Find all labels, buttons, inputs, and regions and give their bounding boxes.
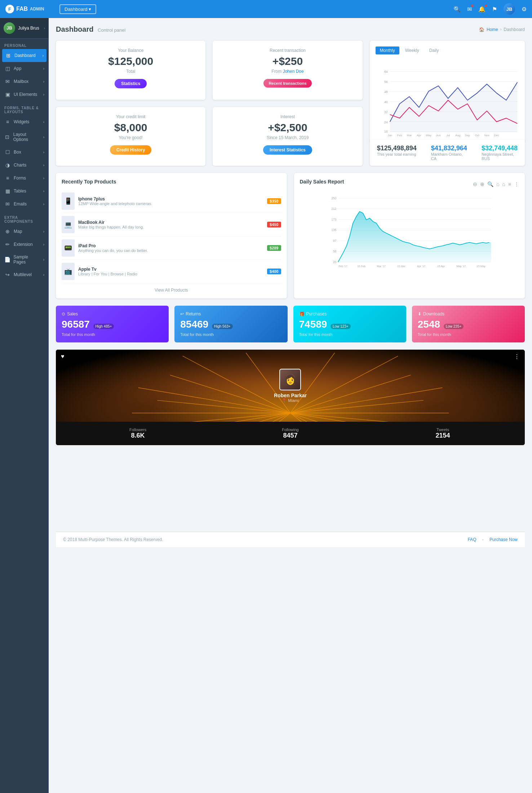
tab-daily[interactable]: Daily — [425, 46, 443, 54]
recent-transactions-button[interactable]: Recent transactions — [263, 79, 311, 88]
tab-monthly[interactable]: Monthly — [376, 46, 399, 54]
sidebar-item-forms[interactable]: ≡ Forms › — [0, 172, 49, 185]
zoom-in-icon[interactable]: ⊕ — [480, 181, 484, 187]
page-title-area: Dashboard Control panel — [56, 25, 125, 34]
statistics-button[interactable]: Statistics — [115, 79, 147, 88]
sales-header: Daily Sales Report ⊖ ⊕ 🔍 ⌂ ⌂ ≡ ⋮ — [300, 179, 519, 190]
metric-sales: ⊙ Sales 96587 High 485+ Total for this m… — [56, 306, 169, 342]
home-icon: 🏠 — [479, 27, 484, 32]
stat-markham: $41,832,964 Markham Ontario, CA — [431, 145, 467, 161]
home-icon[interactable]: ⌂ — [502, 181, 505, 187]
following-label: Following — [214, 427, 367, 432]
svg-marker-26 — [390, 82, 518, 132]
settings-icon[interactable]: ⚙ — [522, 6, 527, 13]
metric-downloads-title: ⬇ Downloads — [418, 311, 519, 316]
options-icon[interactable]: ⋮ — [514, 181, 519, 187]
product-desc: Anything you can do, you can do better. — [78, 248, 263, 253]
mail-icon[interactable]: ✉ — [467, 6, 472, 13]
sidebar-item-box[interactable]: ☐ Box › — [0, 146, 49, 159]
sidebar-item-label: Layout Options — [13, 132, 40, 142]
tweets-label: Tweets — [367, 427, 519, 432]
social-avatar: 👩 — [279, 369, 301, 390]
credit-history-button[interactable]: Credit History — [110, 145, 151, 155]
box-icon: ☐ — [4, 149, 11, 155]
arrow-icon: › — [43, 54, 44, 58]
faq-link[interactable]: FAQ — [468, 537, 476, 542]
search-icon[interactable]: 🔍 — [453, 6, 461, 13]
tweets-stat: Tweets 2154 — [367, 427, 519, 439]
view-all-link[interactable]: View All Products — [62, 288, 281, 293]
social-card: ♥ ⋮ 👩 Roben Parkar 📍 Miami Followers 8.6… — [56, 350, 525, 445]
transaction-label: Recent transaction — [220, 48, 355, 53]
line-chart: 64 56 48 40 32 24 16 Jan Feb Mar Apr May… — [376, 59, 519, 142]
sidebar-item-charts[interactable]: ◑ Charts › — [0, 159, 49, 172]
sidebar-item-label: Charts — [14, 163, 26, 168]
page-header: Dashboard Control panel 🏠 Home › Dashboa… — [56, 25, 525, 34]
purchase-link[interactable]: Purchase Now — [489, 537, 518, 542]
bell-icon[interactable]: 🔔 — [478, 6, 486, 13]
topnav-icons: 🔍 ✉ 🔔 ⚑ JB ⚙ — [453, 3, 527, 15]
personal-label: PERSONAL — [0, 39, 49, 49]
more-icon[interactable]: ≡ — [508, 181, 511, 187]
sidebar-item-dashboard[interactable]: ⊞ Dashboard › — [2, 49, 46, 62]
layout-icon: ⊡ — [4, 134, 10, 140]
svg-text:Apr '17: Apr '17 — [417, 265, 425, 268]
breadcrumb-home[interactable]: Home — [487, 27, 498, 32]
interest-sub: Since 15 March, 2019 — [220, 135, 355, 140]
stat-neg: $32,749,448 Neglinnaya Street, RUS — [482, 145, 518, 161]
svg-text:Nov: Nov — [484, 134, 489, 137]
product-info: MacBook Air Make big things happen. All … — [78, 220, 263, 229]
credit-sub: You're good! — [63, 135, 198, 140]
sidebar-item-ui[interactable]: ▣ UI Elements › — [0, 88, 49, 101]
sidebar-item-emails[interactable]: ✉ Emails › — [0, 198, 49, 211]
svg-text:Jan: Jan — [387, 134, 392, 137]
dots-menu-icon[interactable]: ⋮ — [514, 353, 520, 360]
social-stats: Followers 8.6K Following 8457 Tweets 215… — [56, 422, 525, 445]
sidebar-item-sample[interactable]: 📄 Sample Pages › — [0, 251, 49, 268]
sidebar-item-multilevel[interactable]: ↪ Multilevel › — [0, 268, 49, 281]
credit-card: Your credit limit $8,000 You're good! Cr… — [56, 107, 205, 166]
sidebar-user[interactable]: JB Juliya Brus › — [0, 18, 49, 39]
sidebar-item-label: Tables — [14, 189, 26, 194]
product-name: MacBook Air — [78, 220, 263, 225]
purchases-icon: 🎁 — [299, 311, 305, 316]
svg-text:40: 40 — [384, 100, 388, 104]
sidebar-item-widgets[interactable]: ≡ Widgets › — [0, 115, 49, 128]
followers-value: 8.6K — [62, 432, 214, 439]
heart-icon[interactable]: ♥ — [61, 353, 65, 360]
sidebar-item-label: Multilevel — [14, 272, 32, 277]
spacer — [56, 452, 525, 524]
sidebar-item-layout[interactable]: ⊡ Layout Options › — [0, 128, 49, 146]
forms-icon: ≡ — [4, 175, 11, 181]
tweets-value: 2154 — [367, 432, 519, 439]
page-subtitle: Control panel — [98, 27, 125, 33]
sidebar-item-mailbox[interactable]: ✉ Mailbox › — [0, 75, 49, 88]
pan-icon[interactable]: 🔍 — [487, 181, 493, 187]
transaction-value: +$250 — [220, 55, 355, 67]
product-name: Apple Tv — [78, 267, 263, 272]
tab-weekly[interactable]: Weekly — [401, 46, 424, 54]
sidebar-avatar: JB — [4, 22, 15, 34]
downloads-icon: ⬇ — [418, 311, 421, 316]
zoom-out-icon[interactable]: ⊖ — [473, 181, 477, 187]
svg-text:97: 97 — [333, 239, 336, 243]
sidebar-item-extension[interactable]: ✏ Extension › — [0, 238, 49, 251]
transaction-sub: From Johen Doe — [220, 69, 355, 74]
flag-icon[interactable]: ⚑ — [492, 6, 497, 13]
avatar[interactable]: JB — [504, 3, 515, 15]
dashboard-button[interactable]: Dashboard ▾ — [59, 4, 96, 14]
sidebar-item-map[interactable]: ⊕ Map › — [0, 225, 49, 238]
followers-stat: Followers 8.6K — [62, 427, 214, 439]
from-link[interactable]: Johen Doe — [283, 69, 304, 74]
metric-returns-badge: High 563+ — [212, 324, 233, 329]
reset-icon[interactable]: ⌂ — [496, 181, 499, 187]
sidebar-item-tables[interactable]: ▦ Tables › — [0, 185, 49, 198]
sidebar-item-label: Sample Pages — [13, 254, 40, 265]
chart-toolbar: ⊖ ⊕ 🔍 ⌂ ⌂ ≡ ⋮ — [473, 181, 519, 187]
interest-statistics-button[interactable]: Interest Statistics — [263, 145, 312, 155]
arrow-icon: › — [43, 150, 44, 154]
sidebar-item-app[interactable]: ◫ App › — [0, 62, 49, 75]
product-desc: Make big things happen. All day long. — [78, 225, 263, 229]
metric-purchases-value: 74589 — [299, 319, 327, 330]
svg-text:Oct: Oct — [475, 134, 479, 137]
